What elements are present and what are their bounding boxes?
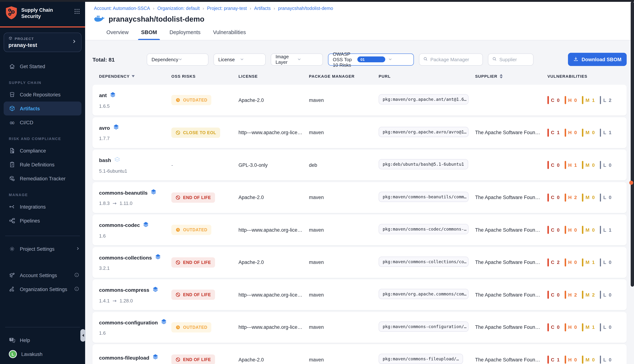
critical-count: C0 <box>547 96 560 104</box>
sidebar-item-remediation-tracker[interactable]: Remediation Tracker <box>0 172 85 186</box>
high-count: H0 <box>565 226 577 234</box>
table-row[interactable]: bash 5.1-6ubuntu1 - GPL-3.0-only deb pkg… <box>93 150 627 180</box>
search-icon <box>423 56 428 63</box>
module-grid-icon[interactable] <box>74 8 80 16</box>
sidebar-item-code-repositories[interactable]: Code Repositories <box>0 88 85 102</box>
cube-icon <box>9 105 16 112</box>
supply-chain-security-logo <box>5 6 18 21</box>
user-name: Lavakush <box>21 351 43 357</box>
chevron-right-icon <box>72 39 77 46</box>
supplier-value: The Apache Software Foun… <box>475 227 547 232</box>
gear-icon <box>9 246 16 252</box>
supplier-input[interactable] <box>499 57 529 62</box>
high-count: H0 <box>565 356 577 364</box>
purl-chip: pkg:maven/commons-collections/co… <box>379 256 469 267</box>
low-count: L0 <box>600 258 612 266</box>
layers-icon <box>161 318 167 326</box>
sidebar-item-project-settings[interactable]: Project Settings <box>0 242 85 256</box>
table-header: DEPENDENCY OSS RISKS LICENSE PACKAGE MAN… <box>93 74 627 78</box>
sidebar-item-get-started[interactable]: Get Started <box>0 60 85 73</box>
sidebar-item-integrations[interactable]: Integrations <box>0 200 85 214</box>
supplier-value: The Apache Software Foun… <box>475 130 547 135</box>
sidebar-item-cicd[interactable]: ∞ CI/CD <box>0 116 85 130</box>
package-manager-value: maven <box>309 97 379 103</box>
low-count: L0 <box>600 323 612 331</box>
table-row[interactable]: commons-codec 1.6 OUTDATED htt <box>93 214 627 245</box>
license-filter-dropdown[interactable]: License <box>213 53 266 66</box>
low-count: L2 <box>600 96 612 104</box>
table-row[interactable]: commons-fileupload END OF LIFE <box>93 344 627 364</box>
sidebar-item-account-settings[interactable]: Account Settings <box>0 268 85 282</box>
tab-deployments[interactable]: Deployments <box>169 29 200 40</box>
package-manager-value: maven <box>309 357 379 362</box>
vertical-scrollbar[interactable] <box>631 2 634 287</box>
sidebar-item-artifacts[interactable]: Artifacts <box>4 102 82 116</box>
table-row[interactable]: commons-compress 1.4.1 → 1.28.0 <box>93 279 627 310</box>
layers-icon <box>155 254 161 261</box>
table-row[interactable]: commons-configuration 1.6 OUTDATED <box>93 312 627 342</box>
license-value: http---www.apache.org-lice… <box>238 130 309 135</box>
section-manage: MANAGE <box>9 193 85 197</box>
table-row[interactable]: commons-collections 3.2.1 END OF LIFE <box>93 247 627 278</box>
medium-count: M0 <box>582 128 595 136</box>
dependency-filter-dropdown[interactable]: Dependency <box>147 53 208 66</box>
sidebar-item-rule-definitions[interactable]: Rule Definitions <box>0 158 85 172</box>
table-row[interactable]: commons-beanutils 1.8.3 → 1.11.0 <box>93 182 627 213</box>
supplier-search <box>488 53 533 66</box>
package-manager-value: deb <box>309 162 379 168</box>
tab-vulnerabilities[interactable]: Vulnerabilities <box>213 29 246 40</box>
vulnerability-counts: C0 H2 M0 L0 <box>547 193 620 202</box>
table-row[interactable]: ant 1.6.5 OUTDATED Apache-2.0 <box>93 85 627 116</box>
package-manager-input[interactable] <box>430 57 479 62</box>
tab-overview[interactable]: Overview <box>106 29 129 40</box>
dependency-version: 1.6 <box>99 330 106 336</box>
sidebar: Supply Chain Security <box>0 0 85 364</box>
breadcrumb-account[interactable]: Account: Automation-SSCA <box>94 6 150 11</box>
breadcrumb-organization[interactable]: Organization: default <box>157 6 200 11</box>
download-icon <box>573 56 579 63</box>
breadcrumb-project[interactable]: Project: pranay-test <box>207 6 247 11</box>
vulnerability-counts: C1 H0 M0 L0 <box>547 356 620 364</box>
oss-risk-badge: END OF LIFE <box>171 354 215 364</box>
sidebar-item-pipelines[interactable]: Pipelines <box>0 214 85 228</box>
org-settings-icon <box>9 286 16 292</box>
upgrade-arrow-icon: → <box>113 298 117 303</box>
download-sbom-button[interactable]: Download SBOM <box>568 53 627 66</box>
sort-desc-icon <box>132 75 135 77</box>
sort-both-icon <box>500 74 502 78</box>
medium-count: M0 <box>582 226 595 234</box>
info-icon[interactable] <box>74 286 79 292</box>
purl-chip: pkg:maven/commons-codec/commons-… <box>379 224 469 234</box>
sidebar-item-organization-settings[interactable]: Organization Settings <box>0 282 85 296</box>
breadcrumb-artifacts[interactable]: Artifacts <box>254 6 270 11</box>
breadcrumb-artifact-name[interactable]: pranaycshah/todolist-demo <box>278 6 333 11</box>
owasp-filter-dropdown[interactable]: OWASP OSS Top 10 Risks 01 <box>328 53 414 66</box>
image-layer-filter-dropdown[interactable]: Image Layer <box>271 53 323 66</box>
account-layers-gear-icon <box>9 272 16 278</box>
upgrade-arrow-icon: → <box>113 200 117 206</box>
sidebar-item-compliance[interactable]: Compliance <box>0 144 85 158</box>
package-manager-value: maven <box>309 324 379 330</box>
vulnerability-counts: C0 H1 M0 L0 <box>547 161 620 169</box>
info-icon[interactable] <box>74 272 79 278</box>
high-count: H1 <box>565 161 577 169</box>
sidebar-collapse-handle[interactable] <box>80 329 86 342</box>
cube-icon <box>9 36 13 41</box>
tab-sbom[interactable]: SBOM <box>141 29 157 40</box>
critical-count: C1 <box>547 128 560 136</box>
sidebar-item-help[interactable]: Help <box>0 333 85 347</box>
compliance-doc-icon <box>9 147 16 154</box>
column-dependency[interactable]: DEPENDENCY <box>99 74 171 78</box>
dependency-version-target: 1.11.0 <box>120 200 132 206</box>
code-repository-icon <box>9 91 16 98</box>
integrations-icon <box>9 204 16 210</box>
high-count: H2 <box>565 291 577 299</box>
layers-icon <box>152 354 159 362</box>
chevron-right-icon <box>76 246 80 252</box>
table-row[interactable]: avro 1.7.7 CLOSE TO EOL http-- <box>93 117 627 148</box>
high-count: H2 <box>565 193 577 202</box>
project-selector[interactable]: PROJECT pranay-test <box>4 32 82 52</box>
column-supplier[interactable]: SUPPLIER <box>475 74 547 78</box>
critical-count: C0 <box>547 161 560 169</box>
user-menu[interactable]: L Lavakush <box>0 347 85 361</box>
